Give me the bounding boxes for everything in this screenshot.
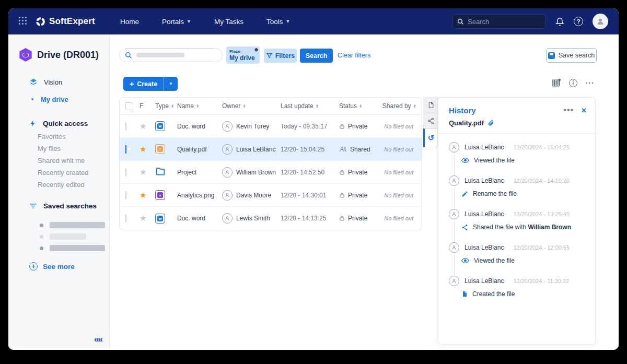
select-all-checkbox[interactable] [125,102,133,110]
user-avatar[interactable] [593,14,608,29]
row-checkbox[interactable] [125,191,126,199]
create-dropdown-button[interactable]: ▼ [164,77,178,91]
col-shared-by[interactable]: Shared by▲▼ [381,102,422,110]
row-checkbox[interactable] [125,122,126,131]
saved-search-placeholder[interactable] [8,242,109,254]
row-checkbox[interactable] [125,214,126,222]
history-list: Luisa LeBlanc 12/20/2024 - 15:04:25 View… [438,134,595,309]
see-more-link[interactable]: + See more [8,254,109,271]
sidebar-collapse-button[interactable]: «« [94,334,102,345]
sort-icon[interactable]: ▲▼ [316,104,319,109]
history-entry: Luisa LeBlanc 12/20/2024 - 11:30:22 Crea… [449,276,588,309]
col-type[interactable]: Type▲▼ [155,102,177,110]
col-name[interactable]: Name▲▼ [177,102,222,110]
saved-search-placeholder[interactable] [8,219,109,231]
nav-item[interactable]: Portals▼ [162,18,214,26]
more-options-icon[interactable]: ··· [585,78,595,87]
file-type-icon: w [155,214,177,224]
save-search-button[interactable]: Save search [546,48,597,63]
nav-item[interactable]: My Tasks [214,18,266,26]
history-entry: Luisa LeBlanc 12/20/2024 - 14:10:20 Rena… [449,175,588,209]
user-avatar [449,276,459,286]
quick-access-item[interactable]: My files [8,143,109,155]
favorite-star-icon[interactable]: ★ [140,145,146,154]
col-owner[interactable]: Owner▲▼ [222,102,281,110]
sidebar-item-my-drive[interactable]: ▼ My drive [8,91,109,108]
navbar-right: ? [452,14,608,29]
tab-share[interactable] [423,113,438,128]
last-update: 12/20- 15:04:25 [281,146,339,153]
favorite-star-icon[interactable]: ★ [140,122,146,131]
chevron-down-icon: ▼ [285,19,290,24]
table-row[interactable]: ★ w Doc. word Lewis Smith 12/20 - 14:13:… [120,207,422,230]
col-favorite[interactable]: F [140,102,155,110]
sort-icon[interactable]: ▲▼ [413,104,416,109]
favorite-star-icon[interactable]: ★ [140,168,146,177]
action-text: Shared the file with [473,224,528,231]
global-search-input[interactable] [468,18,536,26]
filter-search-input[interactable] [119,48,223,62]
owner-avatar [222,213,233,224]
history-entry: Luisa LeBlanc 12/20/2024 - 13:25:40 Shar… [449,209,588,242]
quick-access-item[interactable]: Recently created [8,167,109,179]
info-icon[interactable]: i [569,79,577,87]
quick-access-item[interactable]: Favorites [8,131,109,143]
person-icon [596,17,605,26]
create-button[interactable]: + Create [123,77,164,91]
help-icon: ? [574,17,583,26]
row-checkbox[interactable] [125,168,126,177]
search-button[interactable]: Search [300,49,333,63]
sort-icon[interactable]: ▲▼ [359,104,362,109]
table-row[interactable]: ★ ≡ Quality.pdf Luisa LeBlanc 12/20- 15:… [120,138,422,161]
table-view-icon[interactable] [551,78,561,87]
nav-item[interactable]: Home [120,18,162,26]
help-button[interactable]: ? [574,17,583,26]
paperclip-icon[interactable] [487,120,494,126]
quick-access-section: Quick access FavoritesMy filesShared whi… [8,115,109,191]
history-timestamp: 12/20/2024 - 14:10:20 [513,178,570,184]
sidebar-item-vision[interactable]: Vision [8,73,109,91]
history-panel: History ••• ✕ Quality.pdf Luisa LeBlanc … [438,97,596,345]
col-status[interactable]: Status▲▼ [339,102,381,110]
file-name: Project [177,169,222,176]
vision-label: Vision [44,78,62,86]
file-name: Analytics.png [177,192,222,199]
brand-logo[interactable]: SoftExpert [36,16,95,27]
row-checkbox[interactable] [125,145,126,154]
table-row[interactable]: ★ ▲ Analytics.png Davis Moore 12/20 - 14… [120,184,422,207]
favorite-star-icon[interactable]: ★ [140,191,146,199]
panel-more-icon[interactable]: ••• [563,105,574,115]
shared-by-value: No filed out [381,192,422,198]
sidebar-header: Drive (DR001) [8,34,109,62]
plus-icon: + [130,80,134,88]
shared-by-value: No filed out [381,169,422,175]
quick-access-header[interactable]: Quick access [8,115,109,131]
app-grid-icon[interactable] [19,17,28,26]
sort-icon[interactable]: ▲▼ [196,104,199,109]
status-icon [339,169,345,175]
global-search[interactable] [452,14,546,29]
saved-searches-header[interactable]: Saved searches [8,198,109,213]
shared-by-value: No filed out [381,146,422,152]
tab-history[interactable]: ↺ [423,128,438,147]
saved-search-placeholder[interactable] [8,231,109,242]
tab-details[interactable] [423,97,438,113]
table-row[interactable]: ★ w Doc. word Kevin Turey Today - 09:35:… [120,115,422,138]
notifications-button[interactable] [555,17,564,26]
file-type-icon [155,167,177,178]
favorite-star-icon[interactable]: ★ [140,214,146,222]
col-last-update[interactable]: Last update▲▼ [281,102,339,110]
sort-icon[interactable]: ▲▼ [171,104,174,109]
sort-icon[interactable]: ▲▼ [242,104,246,109]
history-timestamp: 12/20/2024 - 11:30:22 [513,278,569,284]
quick-access-item[interactable]: Shared whit me [8,155,109,167]
table-row[interactable]: ★ Project William Brown 12/20- 14:52:50 … [120,161,422,184]
filters-button[interactable]: Filters [264,49,297,63]
nav-item[interactable]: Tools▼ [266,18,313,26]
status-icon [339,215,345,221]
quick-access-item[interactable]: Recently edited [8,179,109,191]
panel-close-icon[interactable]: ✕ [581,107,587,114]
file-type-icon: w [155,121,177,131]
place-filter-chip[interactable]: Place My drive ⬟ [226,46,260,64]
clear-filters-link[interactable]: Clear filters [338,52,370,59]
